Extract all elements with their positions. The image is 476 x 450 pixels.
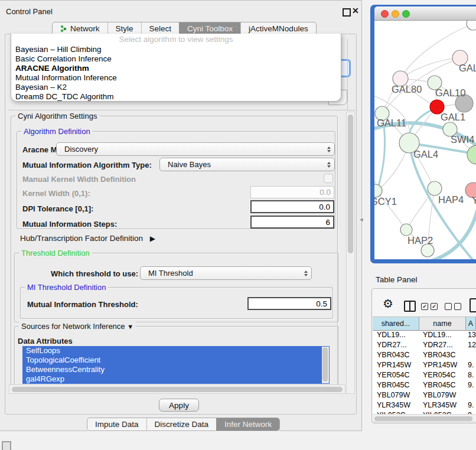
kernel-width-field[interactable]: 0.0 — [250, 186, 334, 198]
sources-toggle[interactable]: Sources for Network Inference ▼ — [19, 322, 136, 331]
mi-algorithm-type-combobox[interactable]: Naive Bayes — [159, 158, 335, 171]
tab-impute-data[interactable]: Impute Data — [87, 418, 146, 431]
node-bottom-partial[interactable] — [421, 244, 434, 257]
sources-title: Sources for Network Inference — [21, 322, 125, 331]
aracne-mode-value: Discovery — [64, 145, 324, 154]
tab-label: Discretize Data — [155, 420, 209, 429]
algorithm-option-mutual-information-inference[interactable]: Mutual Information Inference — [11, 73, 341, 83]
tab-label: Network — [70, 24, 100, 33]
mi-steps-label: Mutual Information Steps: — [22, 220, 117, 229]
gear-icon[interactable]: ⚙ — [383, 298, 393, 309]
network-edge[interactable] — [400, 58, 460, 79]
mi-threshold-field[interactable]: 0.5 — [247, 297, 331, 310]
table-cell: YER054C — [377, 371, 410, 379]
table-cell: YLR345W — [377, 401, 410, 409]
node-hap4[interactable] — [428, 181, 442, 195]
tab-network[interactable]: Network — [53, 22, 107, 35]
node-top-partial[interactable] — [467, 21, 476, 30]
network-window-titlebar[interactable] — [374, 6, 476, 21]
hub-definition-toggle[interactable]: Hub/Transcription Factor Definition ▶ — [20, 234, 155, 243]
mi-steps-field[interactable]: 6 — [250, 216, 334, 229]
table-horizontal-scrollbar-thumb[interactable] — [374, 416, 472, 421]
manual-kernel-width-checkbox[interactable] — [324, 174, 333, 183]
tab-label: Cyni Toolbox — [187, 24, 233, 33]
panel-divider-handle[interactable]: ◂ — [360, 216, 363, 223]
algorithm-option-basic-correlation-inference[interactable]: Basic Correlation Inference — [11, 54, 341, 64]
column-header-shared[interactable]: shared... — [373, 317, 419, 331]
node-gal11-label: GAL11 — [377, 118, 406, 128]
attribute-item-topologicalcoefficient[interactable]: TopologicalCoefficient — [22, 356, 330, 365]
settings-vertical-scrollbar[interactable] — [346, 112, 355, 394]
aracne-mode-combobox[interactable]: Discovery — [56, 142, 335, 156]
settings-vertical-scrollbar-thumb[interactable] — [348, 115, 353, 253]
table-icon[interactable] — [470, 298, 476, 312]
dpi-tolerance-field[interactable]: 0.0 — [250, 200, 334, 213]
node-gcy1-label: GCY1 — [374, 196, 397, 207]
mi-threshold-definition-title: MI Threshold Definition — [25, 283, 108, 292]
algorithm-definition-title: Algorithm Definition — [21, 127, 93, 136]
table-horizontal-scrollbar[interactable] — [373, 414, 475, 422]
table-row[interactable]: YER054CYER054C8. — [373, 371, 476, 381]
table-cell: YER054C — [423, 371, 456, 379]
tab-select[interactable]: Select — [141, 22, 180, 35]
tab-jactivemnodules[interactable]: jActiveMNodules — [240, 22, 316, 35]
table-row[interactable]: YBR043CYBR043C — [373, 351, 476, 361]
mi-threshold-label: Mutual Information Threshold: — [27, 300, 138, 309]
settings-horizontal-scrollbar[interactable] — [9, 384, 345, 394]
zoom-traffic-light[interactable] — [402, 10, 410, 18]
table-cell: 9. — [468, 361, 474, 369]
node-hap2-label: HAP2 — [407, 235, 433, 246]
column-header-a[interactable]: A — [466, 317, 476, 331]
float-window-icon[interactable] — [343, 8, 351, 17]
tab-cyni-toolbox[interactable]: Cyni Toolbox — [179, 22, 240, 35]
table-row[interactable]: YBL079WYBL079W — [373, 391, 476, 401]
network-edge[interactable] — [431, 207, 476, 259]
tab-style[interactable]: Style — [107, 22, 141, 35]
minimized-panel-icon[interactable] — [2, 441, 11, 450]
column-header-name[interactable]: name — [419, 317, 466, 331]
network-view-canvas[interactable]: GALGAL80GAL10GAL1GAL11SWI4GAL4GCY1HAP4YH… — [374, 21, 476, 259]
table-cell: YDL19... — [377, 331, 406, 339]
node-gal4-label: GAL4 — [413, 149, 438, 159]
table-cell: YDR27... — [377, 341, 407, 349]
table-row[interactable]: YPR145WYPR145W9. — [373, 361, 476, 371]
node-gcy1[interactable] — [374, 184, 382, 197]
apply-button[interactable]: Apply — [159, 399, 199, 412]
attributes-scrollbar[interactable] — [322, 347, 329, 383]
collapsed-arrow-icon: ▶ — [150, 234, 155, 243]
minimize-traffic-light[interactable] — [392, 10, 399, 18]
unchecked-box-icon[interactable] — [454, 303, 461, 310]
mi-algorithm-type-label: Mutual Information Algorithm Type: — [22, 161, 152, 169]
node-hap2[interactable] — [400, 224, 412, 236]
manual-kernel-width-label: Manual Kernel Width Definition — [22, 175, 136, 184]
table-panel-title: Table Panel — [376, 275, 418, 284]
bottom-tab-bar: Impute DataDiscretize DataInfer Network — [87, 418, 280, 431]
algorithm-option-bayesian-k2[interactable]: Bayesian – K2 — [11, 83, 341, 92]
close-icon[interactable]: ✕ — [352, 6, 359, 15]
network-edge[interactable] — [406, 188, 435, 230]
algorithm-option-bayesian-hill-climbing[interactable]: Bayesian – Hill Climbing — [11, 45, 341, 54]
close-traffic-light[interactable] — [381, 10, 389, 18]
node-gal80-label: GAL80 — [392, 84, 422, 94]
algorithm-option-dream8-dc-tdc-algorithm[interactable]: Dream8 DC_TDC Algorithm — [11, 92, 341, 102]
attribute-item-betweennesscentrality[interactable]: BetweennessCentrality — [22, 365, 330, 374]
algorithm-option-aracne-algorithm[interactable]: ARACNE Algorithm — [11, 64, 341, 73]
attribute-item-gal4rgexp[interactable]: gal4RGexp — [22, 374, 330, 384]
tab-discretize-data[interactable]: Discretize Data — [146, 418, 217, 431]
data-attributes-list[interactable]: SelfLoopsTopologicalCoefficientBetweenne… — [22, 346, 330, 384]
table-row[interactable]: YBR045CYBR045C9. — [373, 381, 476, 391]
table-row[interactable]: YLR345WYLR345W9. — [373, 401, 476, 411]
checked-box-icon[interactable]: ✓ — [421, 303, 428, 310]
table-cell: YDR27... — [423, 341, 453, 349]
tab-infer-network[interactable]: Infer Network — [216, 418, 279, 431]
table-row[interactable]: YDL19...YDL19...13 — [373, 331, 476, 341]
which-threshold-combobox[interactable]: MI Threshold — [140, 266, 312, 280]
checked-box-icon[interactable]: ✓ — [431, 303, 438, 310]
unchecked-box-icon[interactable] — [445, 303, 452, 310]
attribute-item-selfloops[interactable]: SelfLoops — [22, 346, 330, 356]
table-row[interactable]: YDR27...YDR27...12 — [373, 341, 476, 351]
table-cell: YBR045C — [423, 381, 456, 389]
settings-horizontal-scrollbar-thumb[interactable] — [12, 387, 343, 392]
table-header-row: shared...nameA — [373, 317, 476, 331]
split-panel-icon[interactable] — [404, 301, 416, 312]
